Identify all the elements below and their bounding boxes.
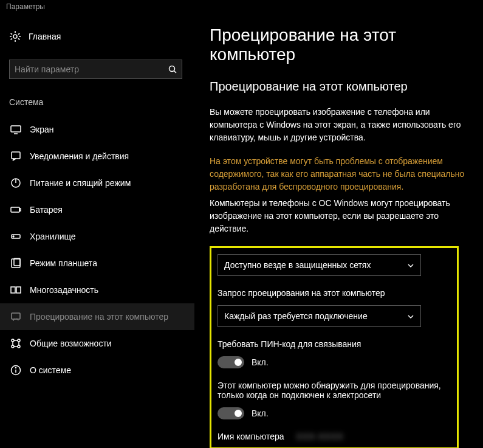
sidebar-item-display[interactable]: Экран [0,116,194,143]
pcname-value: XXX-XXXX [296,432,344,441]
svg-point-1 [170,66,175,72]
window-title: Параметры [0,0,483,13]
power-icon [10,177,21,188]
pin-toggle-state: Вкл. [252,357,269,367]
svg-rect-13 [14,258,20,266]
sidebar-item-about[interactable]: О системе [0,357,194,384]
warning-text: На этом устройстве могут быть проблемы с… [210,155,483,193]
computer-name-row: Имя компьютера XXX-XXXX [218,432,451,441]
sidebar-item-projecting[interactable]: Проецирование на этот компьютер [0,303,194,330]
sidebar-item-label: Питание и спящий режим [30,178,131,188]
description: Вы можете проецировать изображение с тел… [210,106,483,144]
sidebar-item-label: Общие возможности [30,339,112,348]
svg-point-0 [13,35,17,38]
sidebar-item-multitasking[interactable]: Многозадачность [0,277,194,303]
sidebar-item-label: Экран [30,125,54,134]
sidebar-item-battery[interactable]: Батарея [0,196,194,223]
svg-rect-9 [19,208,21,211]
svg-point-19 [12,345,14,348]
sidebar-item-notifications[interactable]: Уведомления и действия [0,143,194,170]
svg-point-11 [13,236,14,237]
chevron-down-icon [407,261,414,269]
svg-point-20 [18,345,20,348]
sidebar-item-label: Проецирование на этот компьютер [30,312,168,322]
display-icon [10,124,21,135]
svg-rect-15 [16,287,21,293]
info-icon [10,365,21,376]
request-label: Запрос проецирования на этот компьютер [218,288,451,298]
svg-line-2 [174,71,177,74]
sidebar: Главная Система Экран Уведомления и дейс… [0,13,194,448]
sidebar-item-shared[interactable]: Общие возможности [0,330,194,357]
dropdown-value: Доступно везде в защищенных сетях [224,260,371,270]
search-icon [168,65,177,74]
power-toggle-state: Вкл. [252,408,269,418]
svg-point-18 [18,339,20,342]
svg-point-27 [16,368,16,368]
svg-rect-3 [11,126,21,132]
pcname-label: Имя компьютера [218,432,284,441]
battery-icon [10,204,21,215]
dropdown-value: Каждый раз требуется подключение [224,311,368,321]
sidebar-item-label: Многозадачность [30,285,98,295]
sidebar-item-label: Режим планшета [30,258,97,268]
shared-icon [10,338,21,349]
power-label: Этот компьютер можно обнаружить для прое… [218,381,451,400]
sidebar-item-power[interactable]: Питание и спящий режим [0,170,194,196]
home-link[interactable]: Главная [9,26,194,47]
search-input[interactable] [9,60,182,79]
availability-dropdown[interactable]: Доступно везде в защищенных сетях [218,254,421,276]
sidebar-item-label: О системе [30,365,71,375]
storage-icon [10,231,21,242]
gear-icon [9,30,21,43]
power-toggle[interactable] [218,407,244,419]
sidebar-item-label: Уведомления и действия [30,151,129,161]
projecting-icon [10,311,21,322]
highlighted-settings: Доступно везде в защищенных сетях Запрос… [210,246,459,448]
sidebar-item-label: Хранилище [30,232,76,241]
sidebar-item-tablet[interactable]: Режим планшета [0,250,194,277]
svg-rect-8 [11,207,19,212]
multitasking-icon [10,284,21,295]
permission-desc: Компьютеры и телефоны с ОС Windows могут… [210,197,483,235]
svg-rect-14 [11,287,15,293]
pin-toggle[interactable] [218,356,244,368]
notifications-icon [10,151,21,162]
request-dropdown[interactable]: Каждый раз требуется подключение [218,305,421,327]
sub-title: Проецирование на этот компьютер [210,80,483,94]
section-title: Система [9,97,194,107]
svg-rect-12 [12,259,20,267]
chevron-down-icon [407,312,414,320]
svg-point-17 [12,339,14,342]
svg-rect-5 [12,152,20,159]
main-panel: Проецирование на этот компьютер Проециро… [194,13,483,448]
pin-label: Требовать ПИН-код для связывания [218,339,451,349]
home-label: Главная [29,32,61,41]
search-field[interactable] [15,64,168,74]
sidebar-item-label: Батарея [30,205,63,215]
sidebar-item-storage[interactable]: Хранилище [0,223,194,250]
page-title: Проецирование на этот компьютер [210,26,483,64]
tablet-icon [10,258,21,269]
